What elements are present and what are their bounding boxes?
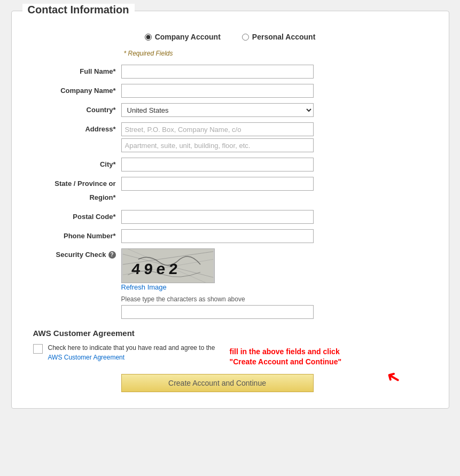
address-row: Address*	[28, 122, 433, 152]
company-account-option[interactable]: Company Account	[145, 33, 221, 41]
security-check-help-icon[interactable]: ?	[108, 251, 116, 259]
agreement-title: AWS Customer Agreement	[33, 329, 427, 338]
address-fields	[121, 122, 314, 152]
full-name-input[interactable]	[121, 65, 314, 79]
phone-input[interactable]	[121, 229, 314, 243]
postal-code-row: Postal Code*	[28, 210, 433, 224]
personal-account-option[interactable]: Personal Account	[242, 33, 316, 41]
security-check-label: Security Check	[56, 251, 106, 259]
country-select[interactable]: United States Canada United Kingdom Aust…	[121, 103, 314, 117]
captcha-lines-svg: 49e2	[122, 249, 214, 283]
account-type-selector: Company Account Personal Account	[28, 33, 433, 41]
state-field	[121, 177, 314, 191]
section-title: Contact Information	[22, 4, 135, 16]
full-name-row: Full Name*	[28, 65, 433, 79]
company-name-input[interactable]	[121, 84, 314, 98]
city-input[interactable]	[121, 158, 314, 171]
arrow-icon: ➜	[383, 366, 403, 388]
annotation-text: fill in the above fields and click "Crea…	[230, 347, 347, 368]
refresh-image-link[interactable]: Refresh Image	[121, 283, 167, 291]
agreement-text-before: Check here to indicate that you have rea…	[48, 344, 215, 352]
security-check-row: Security Check ? 49e2	[28, 248, 433, 319]
state-input[interactable]	[121, 177, 314, 191]
submit-row: Create Account and Continue ➜	[28, 374, 433, 392]
captcha-input[interactable]	[121, 305, 314, 319]
full-name-field	[121, 65, 314, 79]
company-name-row: Company Name*	[28, 84, 433, 98]
agreement-section: AWS Customer Agreement Check here to ind…	[28, 329, 433, 368]
required-fields-note: * Required Fields	[28, 50, 433, 57]
captcha-image: 49e2	[121, 248, 215, 283]
country-label: Country*	[28, 103, 121, 117]
postal-code-field	[121, 210, 314, 224]
captcha-input-area: Please type the characters as shown abov…	[121, 294, 433, 319]
country-row: Country* United States Canada United Kin…	[28, 103, 433, 117]
personal-account-label: Personal Account	[252, 33, 316, 41]
company-name-label: Company Name*	[28, 84, 121, 98]
phone-row: Phone Number*	[28, 229, 433, 243]
agreement-row: Check here to indicate that you have rea…	[33, 343, 219, 362]
city-field	[121, 158, 314, 171]
agreement-checkbox[interactable]	[33, 344, 43, 354]
city-label: City*	[28, 158, 121, 171]
city-row: City*	[28, 158, 433, 171]
address-label: Address*	[28, 122, 121, 136]
state-label: State / Province or Region*	[28, 177, 121, 205]
security-check-label-col: Security Check ?	[28, 248, 121, 259]
agreement-text: Check here to indicate that you have rea…	[48, 343, 219, 362]
create-account-button[interactable]: Create Account and Continue	[121, 374, 314, 392]
address-line2-input[interactable]	[121, 138, 314, 152]
company-account-label: Company Account	[155, 33, 221, 41]
postal-code-input[interactable]	[121, 210, 314, 224]
contact-info-form: Contact Information Company Account Pers…	[11, 11, 449, 409]
address-line1-input[interactable]	[121, 122, 314, 136]
captcha-content: 49e2 Refresh Image Please type the chara…	[121, 248, 433, 319]
captcha-instruction: Please type the characters as shown abov…	[121, 295, 433, 303]
company-name-field	[121, 84, 314, 98]
annotation-row: Check here to indicate that you have rea…	[33, 343, 427, 368]
personal-account-radio[interactable]	[242, 34, 249, 41]
state-row: State / Province or Region*	[28, 177, 433, 205]
phone-label: Phone Number*	[28, 229, 121, 243]
full-name-label: Full Name*	[28, 65, 121, 79]
company-account-radio[interactable]	[145, 34, 152, 41]
phone-field	[121, 229, 314, 243]
arrow-annotation-container: ➜	[386, 369, 401, 386]
country-field: United States Canada United Kingdom Aust…	[121, 103, 314, 117]
postal-code-label: Postal Code*	[28, 210, 121, 224]
agreement-link[interactable]: AWS Customer Agreement	[48, 354, 125, 361]
